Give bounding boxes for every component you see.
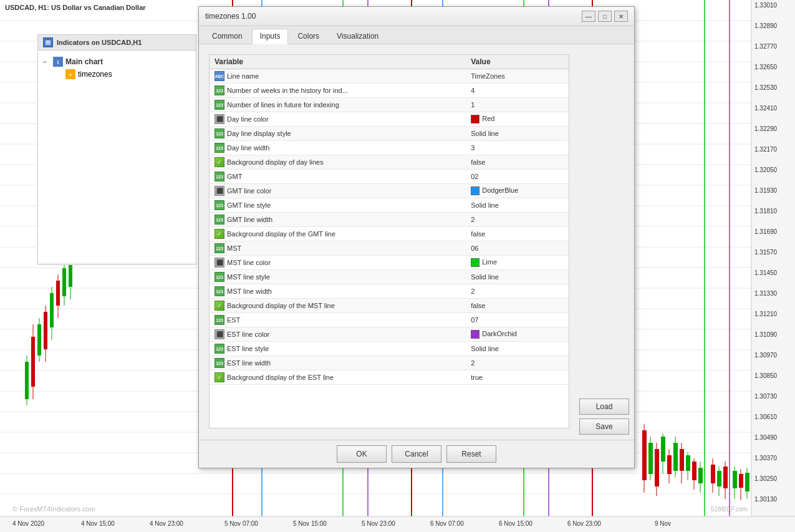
variable-text: Day line width	[227, 144, 269, 152]
table-row[interactable]: 123 Number of weeks in the history for i…	[210, 84, 569, 98]
value-cell[interactable]: Solid line	[466, 127, 569, 141]
value-cell[interactable]: Solid line	[466, 198, 569, 213]
table-row[interactable]: ⬛ EST line color DarkOrchid	[210, 327, 569, 342]
value-cell[interactable]: 2	[466, 356, 569, 370]
indicator-label: timezones	[78, 70, 112, 79]
svg-text:1.31570: 1.31570	[754, 249, 778, 256]
table-row[interactable]: ⬛ Day line color Red	[210, 112, 569, 127]
tab-bar: Common Inputs Colors Visualization	[199, 26, 634, 44]
variable-text: Number of lines in future for indexing	[227, 101, 339, 109]
indicator-item[interactable]: f timezones	[43, 68, 191, 80]
bool-icon: ✓	[214, 301, 224, 311]
value-cell[interactable]: false	[466, 155, 569, 170]
svg-text:1.32170: 1.32170	[754, 146, 778, 153]
table-row[interactable]: 123 Number of lines in future for indexi…	[210, 98, 569, 112]
save-button[interactable]: Save	[579, 418, 629, 435]
table-row[interactable]: 123 Day line display style Solid line	[210, 127, 569, 141]
bool-icon: ✓	[214, 157, 224, 167]
variable-text: GMT line color	[227, 187, 271, 195]
svg-text:1.30850: 1.30850	[754, 372, 778, 379]
table-row[interactable]: 123 GMT 02	[210, 170, 569, 184]
variable-text: EST line style	[227, 345, 269, 352]
value-cell[interactable]: DodgerBlue	[466, 184, 569, 198]
numeric-icon: 123	[214, 315, 224, 325]
cancel-button[interactable]: Cancel	[392, 445, 441, 463]
svg-text:4 Nov 2020: 4 Nov 2020	[12, 520, 45, 527]
value-cell[interactable]: 07	[466, 313, 569, 327]
value-cell[interactable]: 1	[466, 98, 569, 112]
table-row[interactable]: 123 MST line style Solid line	[210, 270, 569, 284]
value-cell[interactable]: Red	[466, 112, 569, 127]
color-picker-icon: ⬛	[214, 258, 224, 268]
variable-text: Line name	[227, 72, 259, 80]
table-row[interactable]: 123 EST line style Solid line	[210, 342, 569, 356]
svg-text:5 Nov 15:00: 5 Nov 15:00	[293, 520, 327, 527]
variable-text: MST line color	[227, 259, 271, 266]
svg-text:9 Nov: 9 Nov	[655, 520, 671, 527]
variable-text: Background display of the MST line	[227, 302, 335, 309]
table-row[interactable]: ✓ Background display of day lines false	[210, 155, 569, 170]
svg-text:6 Nov 07:00: 6 Nov 07:00	[430, 520, 464, 527]
table-row[interactable]: ⬛ MST line color Lime	[210, 256, 569, 270]
value-cell[interactable]: false	[466, 227, 569, 241]
numeric-icon: 123	[214, 143, 224, 153]
dialog-titlebar: timezones 1.00 — □ ✕	[199, 7, 634, 26]
value-cell[interactable]: 4	[466, 84, 569, 98]
value-cell[interactable]: 02	[466, 170, 569, 184]
table-row[interactable]: 123 EST line width 2	[210, 356, 569, 370]
color-swatch	[471, 186, 479, 195]
tab-common[interactable]: Common	[204, 29, 251, 44]
tab-colors[interactable]: Colors	[289, 29, 327, 44]
close-button[interactable]: ✕	[614, 11, 628, 22]
variable-text: GMT line style	[227, 201, 271, 209]
table-row[interactable]: 123 GMT line style Solid line	[210, 198, 569, 213]
variable-cell: ⬛ MST line color	[210, 256, 466, 270]
load-button[interactable]: Load	[579, 399, 629, 415]
table-row[interactable]: 123 MST line width 2	[210, 284, 569, 299]
maximize-button[interactable]: □	[598, 11, 612, 22]
main-chart-item[interactable]: − I Main chart	[43, 56, 191, 68]
value-cell[interactable]: 3	[466, 141, 569, 155]
numeric-icon: 123	[214, 286, 224, 296]
value-cell[interactable]: false	[466, 299, 569, 313]
reset-button[interactable]: Reset	[446, 445, 496, 463]
value-cell[interactable]: 2	[466, 284, 569, 299]
value-cell[interactable]: DarkOrchid	[466, 327, 569, 342]
value-cell[interactable]: Solid line	[466, 342, 569, 356]
svg-text:1.30490: 1.30490	[754, 434, 778, 441]
value-cell[interactable]: 06	[466, 241, 569, 256]
svg-rect-136	[46, 42, 51, 44]
svg-text:1.30370: 1.30370	[754, 455, 778, 462]
svg-rect-137	[46, 44, 51, 45]
value-cell[interactable]: Solid line	[466, 270, 569, 284]
table-row[interactable]: 123 Day line width 3	[210, 141, 569, 155]
variable-text: GMT	[227, 173, 242, 180]
value-cell[interactable]: TimeZones	[466, 69, 569, 84]
variable-text: EST line color	[227, 331, 269, 338]
table-row[interactable]: ✓ Background display of the MST line fal…	[210, 299, 569, 313]
value-cell[interactable]: true	[466, 370, 569, 385]
svg-text:1.31210: 1.31210	[754, 311, 778, 317]
variable-text: Day line color	[227, 115, 269, 123]
variable-cell: 123 GMT	[210, 170, 466, 184]
color-swatch	[471, 115, 479, 123]
table-row[interactable]: 123 MST 06	[210, 241, 569, 256]
svg-text:1.31810: 1.31810	[754, 208, 778, 215]
svg-text:1.33010: 1.33010	[754, 2, 778, 9]
value-cell[interactable]: Lime	[466, 256, 569, 270]
table-row[interactable]: ✓ Background display of the EST line tru…	[210, 370, 569, 385]
variable-cell: 123 MST line width	[210, 284, 466, 299]
table-row[interactable]: ⬛ GMT line color DodgerBlue	[210, 184, 569, 198]
svg-text:1.30250: 1.30250	[754, 475, 778, 482]
minimize-button[interactable]: —	[582, 11, 595, 22]
tab-inputs[interactable]: Inputs	[252, 29, 289, 44]
variable-cell: ✓ Background display of the GMT line	[210, 227, 466, 241]
variable-cell: ⬛ EST line color	[210, 327, 466, 342]
table-row[interactable]: ABC Line name TimeZones	[210, 69, 569, 84]
table-row[interactable]: ✓ Background display of the GMT line fal…	[210, 227, 569, 241]
table-row[interactable]: 123 EST 07	[210, 313, 569, 327]
table-row[interactable]: 123 GMT line width 2	[210, 213, 569, 227]
value-cell[interactable]: 2	[466, 213, 569, 227]
ok-button[interactable]: OK	[337, 445, 387, 463]
tab-visualization[interactable]: Visualization	[329, 29, 387, 44]
